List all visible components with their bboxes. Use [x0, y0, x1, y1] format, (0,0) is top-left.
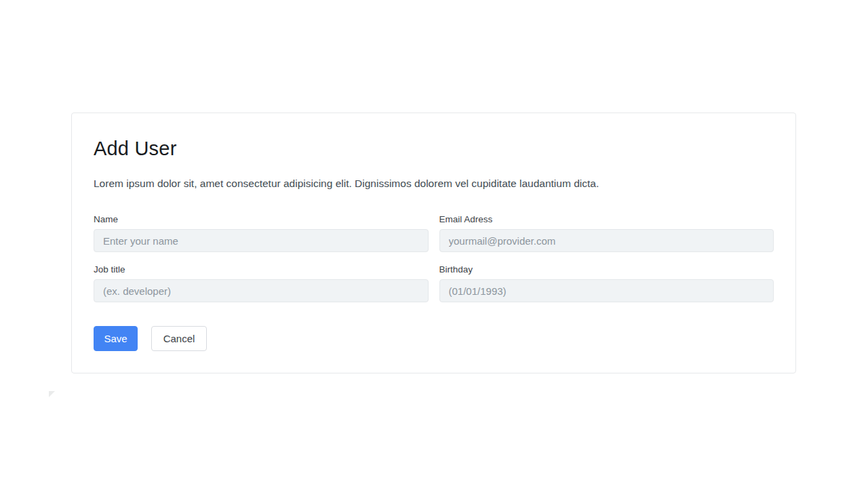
- email-field[interactable]: [439, 229, 774, 252]
- cancel-button[interactable]: Cancel: [151, 326, 207, 351]
- add-user-form: Name Email Adress Job title Birthday: [94, 214, 774, 302]
- email-field-label: Email Adress: [439, 214, 774, 224]
- job-title-field-label: Job title: [94, 264, 429, 274]
- page-title: Add User: [94, 138, 774, 160]
- job-title-field[interactable]: [94, 279, 429, 302]
- form-actions: Save Cancel: [94, 326, 774, 351]
- name-field[interactable]: [94, 229, 429, 252]
- field-group-email: Email Adress: [439, 214, 774, 252]
- save-button[interactable]: Save: [94, 326, 138, 351]
- card-description: Lorem ipsum dolor sit, amet consectetur …: [94, 178, 774, 190]
- add-user-card: Add User Lorem ipsum dolor sit, amet con…: [71, 113, 796, 373]
- birthday-field-label: Birthday: [439, 264, 774, 274]
- birthday-field[interactable]: [439, 279, 774, 302]
- field-group-name: Name: [94, 214, 429, 252]
- cursor-artifact: [49, 391, 55, 397]
- field-group-job-title: Job title: [94, 264, 429, 302]
- name-field-label: Name: [94, 214, 429, 224]
- field-group-birthday: Birthday: [439, 264, 774, 302]
